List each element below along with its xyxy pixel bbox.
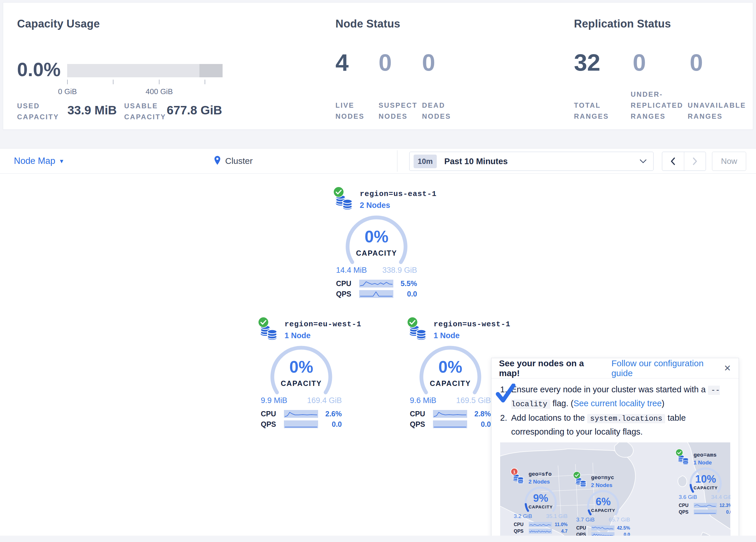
time-step-buttons	[662, 152, 706, 171]
locality-card-eu-west-1[interactable]: region=eu-west-1 1 Node 0% CAPACITY 9.9 …	[259, 319, 344, 429]
locality-icon-wrap	[575, 474, 588, 489]
locality-nodes-link[interactable]: 1 Node	[285, 331, 362, 340]
view-selector-dropdown[interactable]: Node Map ▾	[14, 148, 63, 173]
capacity-used: 3.6 GiB	[679, 494, 697, 500]
warning-count-badge: 1	[511, 468, 518, 475]
under-replicated-label: UNDER-REPLICATED RANGES	[631, 89, 694, 122]
capacity-label: CAPACITY	[269, 379, 334, 388]
capacity-gauge: 9% CAPACITY	[523, 486, 558, 513]
suspect-nodes-label: SUSPECT NODES	[379, 100, 419, 122]
cpu-sparkline	[694, 503, 717, 508]
capacity-axis-tick	[67, 80, 68, 84]
qps-value: 0.0	[332, 420, 342, 429]
qps-label: QPS	[336, 290, 355, 298]
total-ranges-label: TOTAL RANGES	[574, 100, 614, 122]
dead-nodes-label: DEAD NODES	[422, 100, 457, 122]
cpu-value: 12.3%	[720, 503, 731, 508]
page-footer-strip	[0, 536, 756, 542]
qps-sparkline	[284, 420, 318, 428]
system-locations-code: system.locations	[587, 414, 665, 423]
healthy-check-icon	[676, 449, 683, 456]
step-number: 2.	[500, 412, 511, 438]
unavailable-count: 0	[690, 51, 703, 74]
unavailable-label: UNAVAILABLE RANGES	[688, 100, 753, 122]
setup-steps: 1. Ensure every node in your cluster was…	[500, 383, 730, 438]
locality-icon-wrap	[334, 188, 355, 212]
qps-sparkline	[529, 529, 552, 534]
setup-step-2: 2. Add locations to the system.locations…	[500, 412, 730, 438]
locality-tree-link[interactable]: See current locality tree	[573, 399, 662, 408]
cluster-summary-bar: Capacity Usage 0.0% 0 GiB 400 GiB USED C…	[3, 2, 753, 130]
mini-locality-geo-ams: geo=ams 1 Node 10% CAPACITY 3.6 GiB 34.4…	[677, 451, 731, 515]
capacity-label: CAPACITY	[344, 249, 409, 257]
capacity-label: CAPACITY	[418, 379, 483, 388]
qps-sparkline	[359, 290, 393, 298]
popup-title: See your nodes on a map!	[499, 359, 604, 378]
qps-value: 0.0	[407, 290, 417, 298]
locality-card-us-west-1[interactable]: region=us-west-1 1 Node 0% CAPACITY 9.6 …	[408, 319, 493, 429]
capacity-gauge: 6% CAPACITY	[586, 489, 621, 517]
capacity-used: 9.9 MiB	[261, 396, 287, 405]
warning-count: 1	[511, 468, 518, 475]
locality-name: geo=sfo	[529, 470, 552, 478]
under-replicated-count: 0	[633, 51, 646, 74]
replication-status-title: Replication Status	[574, 18, 671, 30]
qps-label: QPS	[514, 529, 528, 534]
capacity-usage-percent: 0.0%	[17, 60, 60, 79]
capacity-label: CAPACITY	[688, 485, 723, 490]
cpu-label: CPU	[514, 522, 528, 527]
locality-nodes-link[interactable]: 2 Nodes	[360, 201, 437, 210]
capacity-total: 65.7 GiB	[609, 517, 630, 523]
cpu-label: CPU	[336, 280, 355, 288]
capacity-gauge: 0% CAPACITY	[418, 346, 483, 396]
step-text: Add locations to the	[511, 413, 587, 422]
time-forward-button[interactable]	[684, 152, 706, 170]
qps-sparkline	[433, 420, 467, 428]
cpu-label: CPU	[576, 526, 590, 531]
locality-name: region=us-west-1	[434, 319, 511, 329]
dead-nodes-count: 0	[422, 51, 435, 74]
healthy-check-icon	[407, 317, 418, 328]
locality-breadcrumb[interactable]: Cluster	[213, 148, 253, 173]
qps-value: 4.7	[561, 529, 568, 534]
cpu-value: 42.5%	[617, 526, 630, 531]
locality-card-us-east-1[interactable]: region=us-east-1 2 Nodes 0% CAPACITY 14.…	[334, 188, 419, 299]
view-selector-label: Node Map	[14, 156, 55, 166]
caret-down-icon: ▾	[60, 157, 63, 165]
node-map-canvas: region=us-east-1 2 Nodes 0% CAPACITY 14.…	[0, 174, 756, 536]
capacity-percent: 6%	[586, 496, 621, 508]
blue-check-icon	[496, 384, 516, 403]
locality-name: geo=ams	[693, 451, 717, 459]
capacity-axis-tick	[113, 80, 113, 84]
cpu-sparkline	[529, 522, 552, 527]
locality-icon-wrap	[408, 319, 429, 343]
time-range-dropdown[interactable]: 10m Past 10 Minutes	[409, 152, 654, 171]
used-capacity-label: USED CAPACITY	[17, 100, 63, 122]
healthy-check-icon	[333, 186, 344, 197]
configuration-guide-link[interactable]: Follow our configuration guide	[611, 359, 724, 378]
cpu-value: 2.6%	[325, 410, 342, 418]
locality-nodes-link[interactable]: 1 Node	[434, 331, 511, 340]
capacity-axis-label-mid: 400 GiB	[146, 87, 173, 96]
capacity-gauge: 0% CAPACITY	[269, 346, 334, 396]
time-range-label: Past 10 Minutes	[444, 157, 508, 166]
now-button[interactable]: Now	[712, 152, 746, 171]
cpu-sparkline	[433, 410, 467, 418]
suspect-nodes-count: 0	[379, 51, 392, 74]
capacity-gauge: 10% CAPACITY	[688, 467, 723, 494]
time-range-badge: 10m	[414, 155, 437, 168]
time-back-button[interactable]	[662, 152, 684, 170]
cpu-sparkline	[284, 410, 318, 418]
qps-label: QPS	[679, 510, 693, 515]
close-icon[interactable]: ✕	[724, 363, 731, 373]
cpu-label: CPU	[679, 503, 693, 508]
cpu-sparkline	[591, 526, 614, 530]
capacity-percent: 10%	[688, 473, 723, 485]
capacity-axis-tick	[159, 80, 159, 84]
cpu-label: CPU	[261, 410, 280, 418]
qps-sparkline	[694, 510, 717, 515]
locality-setup-popup: See your nodes on a map! Follow our conf…	[491, 358, 739, 542]
capacity-total: 35.1 GiB	[546, 513, 568, 519]
capacity-gauge: 0% CAPACITY	[344, 215, 409, 265]
qps-label: QPS	[261, 420, 280, 429]
